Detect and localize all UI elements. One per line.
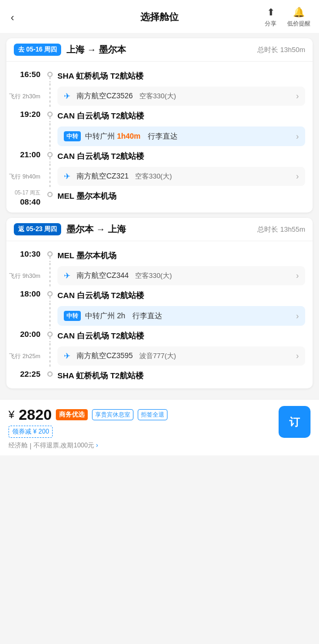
outbound-flight-1[interactable]: ✈ 南方航空CZ3526 空客330(大) › (57, 87, 305, 106)
outbound-card: 去 05-16 周四 上海 → 墨尔本 总时长 13h50m 16:50 SHA… (6, 38, 313, 213)
return-stop-3: 20:00 CAN 白云机场 T2航站楼 (14, 329, 305, 343)
outbound-timeline: 16:50 SHA 虹桥机场 T2航站楼 飞行 2h30m ✈ (6, 62, 313, 213)
return-flight-1[interactable]: ✈ 南方航空CZ344 空客330(大) › (57, 266, 305, 285)
price-currency: ¥ (9, 409, 14, 421)
outbound-transfer-row-1[interactable]: 中转 中转广州 1h40m 行李直达 › (57, 126, 305, 146)
return-badge: 返 05-23 周四 (14, 223, 61, 235)
r-airline-icon-2: ✈ (64, 351, 73, 361)
outbound-stop-1: 16:50 SHA 虹桥机场 T2航站楼 (14, 69, 305, 83)
r-stop4-dot (47, 371, 53, 377)
share-label: 分享 (265, 20, 276, 28)
stop2-name: CAN 白云机场 T2航站楼 (57, 109, 305, 121)
r-transfer-info-1: 中转广州 2h 行李直达 (85, 311, 296, 321)
return-stop-4: 22:25 SHA 虹桥机场 T2航站楼 (14, 369, 305, 383)
outbound-stop-2: 19:20 CAN 白云机场 T2航站楼 (14, 109, 305, 123)
stop3-time: 21:00 (20, 150, 40, 159)
r-stop4-name: SHA 虹桥机场 T2航站楼 (57, 369, 305, 381)
return-timeline: 10:30 MEL 墨尔本机场 飞行 9h30m ✈ 南方 (6, 241, 313, 388)
return-stop-1: 10:30 MEL 墨尔本机场 (14, 249, 305, 263)
price-section: ¥ 2820 商务优选 享贵宾休息室 拒签全退 领券减 ¥ 200 (9, 406, 167, 438)
coupon-tag[interactable]: 领券减 ¥ 200 (9, 426, 53, 438)
return-duration: 总时长 13h55m (257, 225, 305, 234)
r-stop2-name: CAN 白云机场 T2航站楼 (57, 289, 305, 301)
price-value: 2820 (19, 406, 52, 423)
outbound-seg-2: 飞行 9h40m ✈ 南方航空CZ321 空客330(大) › (14, 164, 305, 189)
back-button[interactable]: ‹ (9, 9, 16, 26)
flight-info-1: 南方航空CZ3526 空客330(大) (77, 91, 296, 101)
stop2-time: 19:20 (20, 109, 40, 118)
r-flight-info-2: 南方航空CZ3595 波音777(大) (77, 351, 296, 361)
return-transfer-1: 中转 中转广州 2h 行李直达 › (14, 303, 305, 329)
r-stop3-dot (47, 332, 53, 337)
r-stop1-dot (47, 251, 53, 257)
stop1-name: SHA 虹桥机场 T2航站楼 (57, 69, 305, 81)
outbound-route: 上海 → 墨尔本 (66, 44, 257, 56)
return-transfer-row-1[interactable]: 中转 中转广州 2h 行李直达 › (57, 306, 305, 326)
r-flight-chevron-1: › (296, 271, 299, 281)
r-transfer-badge-1: 中转 (64, 311, 81, 321)
return-flight-2[interactable]: ✈ 南方航空CZ3595 波音777(大) › (57, 346, 305, 366)
return-seg-2: 飞行 2h25m ✈ 南方航空CZ3595 波音777(大) › (14, 343, 305, 369)
bottom-main: ¥ 2820 商务优选 享贵宾休息室 拒签全退 领券减 ¥ 200 订 (9, 406, 310, 438)
return-stop-2: 18:00 CAN 白云机场 T2航站楼 (14, 289, 305, 303)
transfer-badge-1: 中转 (64, 131, 81, 141)
flight-chevron-1: › (296, 91, 299, 101)
outbound-transfer-1: 中转 中转广州 1h40m 行李直达 › (14, 123, 305, 149)
stop4-date: 05-17 周五 (14, 189, 40, 197)
tag-refund: 拒签全退 (138, 409, 167, 420)
stop4-dot (47, 192, 53, 197)
stop1-dot (47, 72, 53, 77)
r-seg1-duration: 飞行 9h30m (9, 272, 40, 280)
stop4-name: MEL 墨尔本机场 (57, 189, 305, 201)
r-stop3-name: CAN 白云机场 T2航站楼 (57, 329, 305, 341)
outbound-header: 去 05-16 周四 上海 → 墨尔本 总时长 13h50m (6, 38, 313, 62)
r-flight-info-1: 南方航空CZ344 空客330(大) (77, 271, 296, 281)
seg1-duration: 飞行 2h30m (9, 92, 40, 100)
stop2-dot (47, 112, 53, 117)
r-stop3-time: 20:00 (20, 329, 40, 338)
book-button[interactable]: 订 (279, 406, 310, 438)
r-stop1-time: 10:30 (20, 249, 40, 258)
stop3-name: CAN 白云机场 T2航站楼 (57, 149, 305, 162)
flight-info-2: 南方航空CZ321 空客330(大) (77, 172, 296, 181)
return-route: 墨尔本 → 上海 (66, 223, 257, 235)
outbound-badge: 去 05-16 周四 (14, 44, 61, 56)
r-stop4-time: 22:25 (20, 369, 40, 378)
r-seg2-duration: 飞行 2h25m (9, 352, 40, 360)
outbound-stop-4: 05-17 周五 08:40 MEL 墨尔本机场 (14, 189, 305, 207)
price-row: ¥ 2820 商务优选 享贵宾休息室 拒签全退 (9, 406, 167, 423)
bottom-note: 经济舱 | 不得退票,改期1000元 › (9, 441, 310, 450)
r-transfer-chevron-1: › (296, 311, 299, 321)
share-button[interactable]: ⬆ 分享 (265, 6, 276, 28)
tag-lounge: 享贵宾休息室 (92, 409, 133, 420)
tag-business: 商务优选 (56, 409, 88, 420)
alert-label: 低价提醒 (287, 20, 310, 28)
note-policy: 不得退票,改期1000元 › (33, 441, 98, 450)
alert-button[interactable]: 🔔 低价提醒 (287, 6, 310, 28)
outbound-duration: 总时长 13h50m (257, 45, 305, 55)
r-airline-icon-1: ✈ (64, 271, 73, 281)
seg2-duration: 飞行 9h40m (9, 173, 40, 181)
alert-icon: 🔔 (293, 6, 305, 18)
airline-icon-1: ✈ (64, 91, 73, 101)
return-card: 返 05-23 周四 墨尔本 → 上海 总时长 13h55m 10:30 MEL… (6, 218, 313, 388)
r-flight-chevron-2: › (296, 351, 299, 361)
r-stop1-name: MEL 墨尔本机场 (57, 249, 305, 261)
r-stop2-time: 18:00 (20, 289, 40, 298)
r-stop2-dot (47, 291, 53, 296)
note-link[interactable]: › (96, 442, 98, 449)
stop4-time: 08:40 (20, 197, 40, 206)
page-title: 选择舱位 (140, 11, 179, 23)
outbound-stop-3: 21:00 CAN 白云机场 T2航站楼 (14, 149, 305, 164)
flight-chevron-2: › (296, 172, 299, 181)
note-cabin: 经济舱 (9, 441, 28, 450)
transfer-chevron-1: › (296, 132, 299, 141)
coupon-row: 领券减 ¥ 200 (9, 426, 167, 438)
note-divider: | (30, 442, 31, 450)
bottom-bar: ¥ 2820 商务优选 享贵宾休息室 拒签全退 领券减 ¥ 200 订 经济舱 … (0, 399, 319, 455)
outbound-flight-2[interactable]: ✈ 南方航空CZ321 空客330(大) › (57, 167, 305, 186)
header-actions: ⬆ 分享 🔔 低价提醒 (265, 6, 310, 28)
header: ‹ 选择舱位 ⬆ 分享 🔔 低价提醒 (0, 0, 319, 33)
transfer-info-1: 中转广州 1h40m 行李直达 (85, 132, 296, 141)
share-icon: ⬆ (267, 6, 275, 18)
